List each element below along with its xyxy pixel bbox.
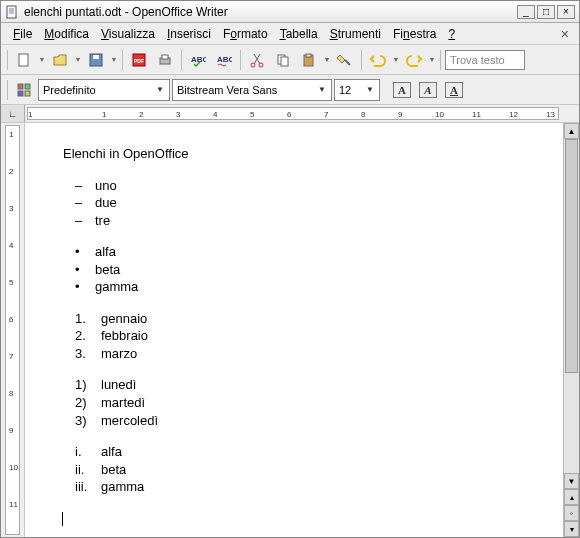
ruler-mark: 8 [361, 110, 365, 119]
document-title[interactable]: Elenchi in OpenOffice [63, 145, 553, 163]
cut-button[interactable] [245, 48, 269, 72]
save-dropdown[interactable]: ▼ [110, 56, 118, 63]
list-item[interactable]: 2.febbraio [75, 327, 553, 345]
font-size-combo[interactable]: ▼ [334, 79, 380, 101]
export-pdf-button[interactable]: PDF [127, 48, 151, 72]
undo-button[interactable] [366, 48, 390, 72]
list-item[interactable]: 3.marzo [75, 345, 553, 363]
list-block[interactable]: •alfa•beta•gamma [75, 243, 553, 296]
list-item-text[interactable]: febbraio [101, 327, 148, 345]
italic-button[interactable]: A [416, 78, 440, 102]
document-body[interactable]: Elenchi in OpenOffice –uno–due–tre•alfa•… [63, 145, 553, 527]
list-item-text[interactable]: marzo [101, 345, 137, 363]
list-item-text[interactable]: uno [95, 177, 117, 195]
open-dropdown[interactable]: ▼ [74, 56, 82, 63]
list-item-text[interactable]: gennaio [101, 310, 147, 328]
redo-dropdown[interactable]: ▼ [428, 56, 436, 63]
list-item[interactable]: –tre [75, 212, 553, 230]
document-page[interactable]: Elenchi in OpenOffice –uno–due–tre•alfa•… [25, 123, 563, 537]
font-name-input[interactable] [177, 84, 315, 96]
dropdown-arrow-icon[interactable]: ▼ [363, 85, 377, 94]
copy-button[interactable] [271, 48, 295, 72]
new-document-button[interactable] [12, 48, 36, 72]
ruler-mark: 1 [102, 110, 106, 119]
paste-button[interactable] [297, 48, 321, 72]
list-item[interactable]: –uno [75, 177, 553, 195]
menu-visualizza[interactable]: Visualizza [95, 25, 161, 43]
list-block[interactable]: 1)lunedì2)martedì3)mercoledì [75, 376, 553, 429]
list-item-text[interactable]: due [95, 194, 117, 212]
vruler-strip[interactable]: 1234567891011 [5, 125, 20, 535]
next-page-button[interactable]: ▾ [564, 521, 579, 537]
list-item-text[interactable]: tre [95, 212, 110, 230]
menu-help[interactable]: ? [442, 25, 461, 43]
dropdown-arrow-icon[interactable]: ▼ [315, 85, 329, 94]
list-item[interactable]: 1.gennaio [75, 310, 553, 328]
list-item-text[interactable]: martedì [101, 394, 145, 412]
list-item[interactable]: i.alfa [75, 443, 553, 461]
horizontal-ruler: ∟ 112345678910111213 [1, 105, 579, 123]
list-item-text[interactable]: mercoledì [101, 412, 158, 430]
scroll-up-button[interactable]: ▲ [564, 123, 579, 139]
menu-tabella[interactable]: Tabella [274, 25, 324, 43]
list-item[interactable]: 3)mercoledì [75, 412, 553, 430]
open-button[interactable] [48, 48, 72, 72]
list-item[interactable]: 2)martedì [75, 394, 553, 412]
list-block[interactable]: i.alfaii.betaiii.gamma [75, 443, 553, 496]
underline-button[interactable]: A [442, 78, 466, 102]
bold-button[interactable]: A [390, 78, 414, 102]
vertical-scrollbar[interactable]: ▲ ▼ ▴ ◦ ▾ [563, 123, 579, 537]
page-viewport[interactable]: Elenchi in OpenOffice –uno–due–tre•alfa•… [25, 123, 563, 537]
maximize-button[interactable]: □ [537, 5, 555, 19]
list-item[interactable]: iii.gamma [75, 478, 553, 496]
list-item-text[interactable]: alfa [95, 243, 116, 261]
auto-spellcheck-button[interactable]: ABC [212, 48, 236, 72]
list-item[interactable]: ii.beta [75, 461, 553, 479]
save-button[interactable] [84, 48, 108, 72]
close-document-button[interactable]: × [557, 26, 573, 42]
redo-button[interactable] [402, 48, 426, 72]
menu-strumenti[interactable]: Strumenti [324, 25, 387, 43]
list-item-text[interactable]: gamma [101, 478, 144, 496]
list-item[interactable]: •alfa [75, 243, 553, 261]
find-input[interactable]: Trova testo [445, 50, 525, 70]
list-item-text[interactable]: beta [95, 261, 120, 279]
menu-modifica[interactable]: Modifica [38, 25, 95, 43]
list-item[interactable]: –due [75, 194, 553, 212]
font-name-combo[interactable]: ▼ [172, 79, 332, 101]
format-paintbrush-button[interactable] [333, 48, 357, 72]
dropdown-arrow-icon[interactable]: ▼ [153, 85, 167, 94]
menu-inserisci[interactable]: Inserisci [161, 25, 217, 43]
scroll-track[interactable] [564, 139, 579, 473]
ruler-mark: 12 [509, 110, 518, 119]
spellcheck-button[interactable]: ABC [186, 48, 210, 72]
list-item[interactable]: 1)lunedì [75, 376, 553, 394]
list-item[interactable]: •beta [75, 261, 553, 279]
font-size-input[interactable] [339, 84, 363, 96]
styles-button[interactable] [12, 78, 36, 102]
print-button[interactable] [153, 48, 177, 72]
list-item[interactable]: •gamma [75, 278, 553, 296]
paragraph-style-input[interactable] [43, 84, 153, 96]
svg-rect-3 [93, 55, 99, 59]
paste-dropdown[interactable]: ▼ [323, 56, 331, 63]
prev-page-button[interactable]: ▴ [564, 489, 579, 505]
new-document-dropdown[interactable]: ▼ [38, 56, 46, 63]
minimize-button[interactable]: _ [517, 5, 535, 19]
list-item-text[interactable]: gamma [95, 278, 138, 296]
list-block[interactable]: –uno–due–tre [75, 177, 553, 230]
list-item-text[interactable]: lunedì [101, 376, 136, 394]
nav-button[interactable]: ◦ [564, 505, 579, 521]
list-item-text[interactable]: alfa [101, 443, 122, 461]
list-block[interactable]: 1.gennaio2.febbraio3.marzo [75, 310, 553, 363]
ruler-strip[interactable]: 112345678910111213 [27, 107, 559, 120]
menu-file[interactable]: File [7, 25, 38, 43]
menu-finestra[interactable]: Finestra [387, 25, 442, 43]
close-button[interactable]: × [557, 5, 575, 19]
scroll-down-button[interactable]: ▼ [564, 473, 579, 489]
paragraph-style-combo[interactable]: ▼ [38, 79, 170, 101]
menu-formato[interactable]: Formato [217, 25, 274, 43]
scroll-thumb[interactable] [565, 139, 578, 373]
undo-dropdown[interactable]: ▼ [392, 56, 400, 63]
list-item-text[interactable]: beta [101, 461, 126, 479]
